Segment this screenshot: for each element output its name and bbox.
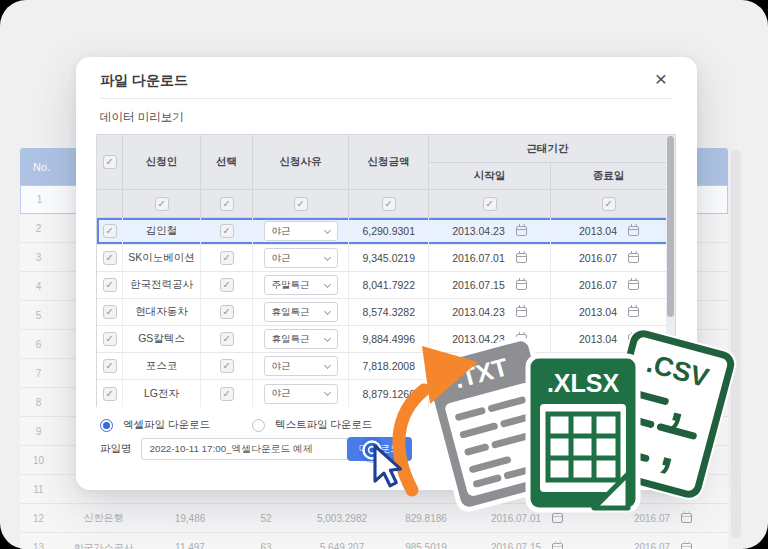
cursor-click-icon (356, 433, 420, 499)
chevron-down-icon (323, 361, 330, 368)
bg-page-scrollbar[interactable] (731, 150, 741, 538)
select-checkbox[interactable] (220, 387, 234, 401)
calendar-icon[interactable] (516, 280, 527, 290)
reason-dropdown[interactable]: 야근 (264, 384, 338, 404)
bg-row-number: 2 (20, 214, 57, 242)
reason-dropdown[interactable]: 야근 (264, 221, 338, 241)
bg-row-number: 9 (20, 417, 57, 445)
table-row[interactable]: 김인철 야근 6,290.9301 2013.04.23 2013.04 (97, 218, 675, 245)
table-row[interactable]: 한국전력공사 주말특근 8,041.7922 2016.07.15 2016.0… (97, 272, 675, 299)
calendar-icon[interactable] (628, 226, 639, 236)
calendar-icon[interactable] (628, 280, 639, 290)
download-type-options: 엑셀파일 다운로드 텍스트파일 다운로드 (100, 418, 372, 432)
cell-start-date: 2016.07.01 (429, 245, 551, 271)
header-period-group: 근태기간 (429, 135, 667, 163)
bg-cell-value: 63 (230, 533, 302, 549)
reason-value: 야근 (272, 360, 291, 373)
filter-checkbox[interactable] (483, 197, 497, 211)
reason-dropdown[interactable]: 휴일특근 (264, 302, 338, 322)
calendar-icon[interactable] (628, 253, 639, 263)
select-checkbox[interactable] (220, 251, 234, 265)
cell-applicant: 포스코 (123, 353, 201, 379)
chevron-down-icon (323, 280, 330, 287)
header-checkbox-cell (97, 135, 123, 190)
cell-end-date: 2013.04 (551, 218, 667, 244)
bg-cell-value: 5,649.207 (302, 533, 382, 549)
bg-cell-name: 신한은행 (57, 504, 150, 532)
reason-value: 휴일특근 (272, 333, 310, 346)
row-checkbox[interactable] (103, 359, 117, 373)
cell-applicant: 김인철 (123, 218, 201, 244)
cell-amount: 6,290.9301 (349, 218, 429, 244)
filter-cell (201, 190, 253, 218)
calendar-icon (552, 543, 563, 549)
text-radio[interactable] (252, 419, 265, 432)
row-checkbox[interactable] (103, 332, 117, 346)
select-checkbox[interactable] (220, 278, 234, 292)
bg-row-number: 4 (20, 272, 57, 300)
cell-end-date: 2013.04 (551, 299, 667, 325)
calendar-icon[interactable] (516, 307, 527, 317)
header-start-date: 시작일 (429, 163, 551, 190)
reason-dropdown[interactable]: 야근 (264, 356, 338, 376)
calendar-icon[interactable] (516, 253, 527, 263)
filter-cell (97, 190, 123, 218)
filter-checkbox[interactable] (220, 197, 234, 211)
reason-dropdown[interactable]: 야근 (264, 248, 338, 268)
select-checkbox[interactable] (220, 224, 234, 238)
header-select: 선택 (201, 135, 253, 190)
cell-amount: 9,345.0219 (349, 245, 429, 271)
row-checkbox[interactable] (103, 251, 117, 265)
filter-checkbox[interactable] (602, 197, 616, 211)
reason-dropdown[interactable]: 휴일특근 (264, 329, 338, 349)
title-divider (100, 98, 673, 99)
select-checkbox[interactable] (220, 359, 234, 373)
xlsx-file-icon: .XLSX (524, 352, 642, 514)
cell-end-date: 2016.07 (551, 272, 667, 298)
excel-radio[interactable] (100, 419, 113, 432)
chevron-down-icon (323, 226, 330, 233)
cell-start-date: 2013.04.23 (429, 299, 551, 325)
data-preview-label: 데이터 미리보기 (100, 110, 184, 125)
cell-end-date: 2016.07 (551, 245, 667, 271)
filename-input[interactable] (141, 438, 348, 460)
calendar-icon (681, 513, 692, 523)
table-header: 신청인 선택 신청사유 신청금액 근태기간 시작일 종료일 (97, 135, 675, 218)
bg-cell-end-date: 2016.07 (608, 533, 718, 549)
filter-cell (429, 190, 551, 218)
reason-value: 휴일특근 (272, 306, 310, 319)
reason-value: 야근 (272, 387, 291, 400)
reason-dropdown[interactable]: 주말특근 (264, 275, 338, 295)
row-checkbox[interactable] (103, 224, 117, 238)
calendar-icon[interactable] (516, 226, 527, 236)
header-amount: 신청금액 (349, 135, 429, 190)
cell-amount: 8,574.3282 (349, 299, 429, 325)
filter-cell (349, 190, 429, 218)
row-checkbox[interactable] (103, 305, 117, 319)
scrollbar-thumb[interactable] (667, 136, 674, 317)
header-end-date: 종료일 (551, 163, 667, 190)
filename-label: 파일명 (100, 442, 132, 456)
cell-applicant: 한국전력공사 (123, 272, 201, 298)
bg-row-number: 6 (20, 330, 57, 358)
table-row[interactable]: 현대자동차 휴일특근 8,574.3282 2013.04.23 2013.04 (97, 299, 675, 326)
cell-applicant: GS칼텍스 (123, 326, 201, 352)
filter-checkbox[interactable] (155, 197, 169, 211)
bg-row-number: 12 (20, 504, 57, 532)
bg-cell-value: 11,497 (150, 533, 230, 549)
close-icon[interactable]: × (647, 65, 675, 93)
chevron-down-icon (323, 307, 330, 314)
select-all-checkbox[interactable] (103, 155, 117, 169)
row-checkbox[interactable] (103, 278, 117, 292)
row-checkbox[interactable] (103, 387, 117, 401)
table-row[interactable]: SK이노베이션 야근 9,345.0219 2016.07.01 2016.07 (97, 245, 675, 272)
calendar-icon[interactable] (628, 307, 639, 317)
select-checkbox[interactable] (220, 305, 234, 319)
header-reason: 신청사유 (253, 135, 349, 190)
filter-checkbox[interactable] (382, 197, 396, 211)
bg-table-row[interactable]: 13 한국가스공사 11,497 63 5,649.207 985.5019 2… (20, 533, 728, 549)
filter-checkbox[interactable] (294, 197, 308, 211)
chevron-down-icon (323, 334, 330, 341)
calendar-icon (552, 513, 563, 523)
select-checkbox[interactable] (220, 332, 234, 346)
